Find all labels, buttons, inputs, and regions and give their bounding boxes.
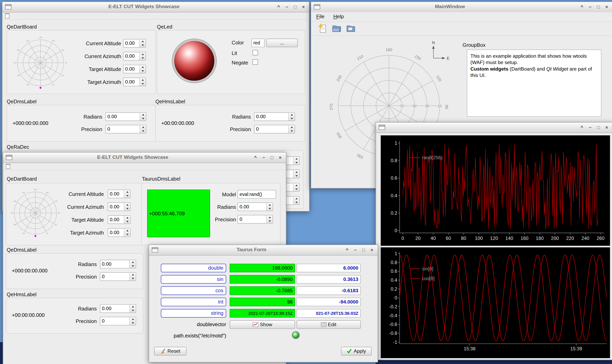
value-cell-edit[interactable]: -94.0000 — [297, 298, 361, 306]
spin-down-icon[interactable] — [290, 130, 293, 132]
shade-button[interactable]: ^ — [251, 155, 260, 160]
target-azimuth-spinbox[interactable]: 0.00 — [123, 78, 146, 86]
maximize-button[interactable]: □ — [291, 4, 299, 10]
lit-checkbox[interactable] — [253, 50, 258, 55]
spin-down-icon[interactable] — [268, 208, 271, 209]
spin-down-icon[interactable] — [141, 83, 144, 85]
value-cell-edit[interactable]: 0.3613 — [297, 275, 361, 284]
spin-arrows[interactable] — [288, 113, 295, 120]
spin-down-icon[interactable] — [142, 130, 144, 132]
spin-up-icon[interactable] — [295, 171, 298, 173]
spin-down-icon[interactable] — [132, 278, 134, 279]
spin-up-icon[interactable] — [295, 158, 298, 160]
spin-up-icon[interactable] — [268, 204, 271, 206]
titlebar[interactable]: E-ELT CUT Widgets Showcase ^ − □ × — [3, 153, 286, 163]
titlebar[interactable]: E-ELT CUT Widgets Showcase ^ − □ × — [2, 2, 309, 13]
new-document-button[interactable] — [317, 23, 328, 34]
titlebar[interactable]: ^ − □ × — [376, 123, 612, 133]
row-label-button-string[interactable]: string — [161, 309, 226, 317]
spin-down-icon[interactable] — [141, 44, 144, 46]
spin-arrows[interactable] — [124, 216, 130, 223]
maximize-button[interactable]: □ — [268, 155, 276, 160]
folder-button[interactable] — [346, 23, 356, 34]
shade-button[interactable]: ^ — [578, 4, 586, 10]
spin-up-icon[interactable] — [132, 318, 134, 320]
minimize-button[interactable]: − — [586, 125, 594, 130]
row-label-button-cos[interactable]: cos — [161, 286, 226, 295]
spin-up-icon[interactable] — [141, 66, 144, 68]
spin-arrows[interactable] — [139, 52, 145, 60]
value-cell-edit[interactable]: -0.6183 — [297, 286, 361, 295]
spin-up-icon[interactable] — [126, 204, 129, 206]
titlebar[interactable]: MainWindow ^ − □ × — [311, 2, 612, 13]
spin-down-icon[interactable] — [126, 208, 129, 209]
spin-arrows[interactable] — [140, 113, 146, 120]
spin-down-icon[interactable] — [295, 202, 298, 203]
current-azimuth-spinbox[interactable]: 0.00 — [123, 52, 146, 61]
spin-arrows[interactable] — [130, 273, 136, 280]
apply-button[interactable]: Apply — [341, 347, 372, 355]
target-altitude-spinbox[interactable]: 0.00 — [108, 215, 131, 224]
color-field[interactable]: red — [251, 39, 265, 47]
close-button[interactable]: × — [602, 4, 611, 10]
close-button[interactable]: × — [602, 125, 611, 130]
spin-arrows[interactable] — [293, 157, 299, 165]
spin-down-icon[interactable] — [295, 188, 298, 190]
spin-up-icon[interactable] — [141, 79, 144, 81]
spin-arrows[interactable] — [288, 125, 295, 133]
current-altitude-spinbox[interactable]: 0.00 — [108, 190, 131, 198]
spin-down-icon[interactable] — [126, 234, 129, 235]
menu-file[interactable]: File — [313, 12, 328, 21]
spin-up-icon[interactable] — [295, 185, 298, 186]
precision-spinbox[interactable]: 0 — [254, 125, 295, 133]
spin-down-icon[interactable] — [132, 322, 134, 324]
spin-arrows[interactable] — [293, 183, 299, 191]
spin-up-icon[interactable] — [126, 191, 129, 193]
model-field[interactable]: eval:rand() — [237, 190, 276, 198]
precision-spinbox[interactable]: 0 — [237, 215, 273, 223]
spin-up-icon[interactable] — [290, 114, 293, 116]
spin-down-icon[interactable] — [142, 118, 144, 119]
spin-down-icon[interactable] — [132, 265, 134, 267]
spin-arrows[interactable] — [266, 203, 273, 210]
value-cell-edit[interactable]: 6.0000 — [297, 264, 361, 272]
spin-arrows[interactable] — [293, 197, 299, 204]
negate-checkbox[interactable] — [253, 59, 258, 65]
spin-arrows[interactable] — [140, 125, 146, 133]
spin-arrows[interactable] — [139, 65, 145, 73]
spin-up-icon[interactable] — [268, 217, 271, 218]
spin-up-icon[interactable] — [295, 198, 298, 199]
spin-up-icon[interactable] — [126, 217, 129, 219]
precision-spinbox[interactable]: 0 — [100, 317, 136, 325]
reset-button[interactable]: Reset — [154, 347, 187, 355]
show-button[interactable]: Show — [230, 320, 295, 329]
row-label-button-int[interactable]: int — [161, 298, 226, 306]
color-browse-button[interactable]: ... — [266, 39, 298, 47]
spin-down-icon[interactable] — [126, 221, 129, 222]
radians-spinbox[interactable]: 0.00 — [237, 202, 273, 211]
radians-spinbox[interactable]: 0.00 — [105, 112, 146, 121]
spin-arrows[interactable] — [124, 229, 130, 236]
toolbar-mini-icon[interactable] — [6, 164, 10, 169]
value-cell-edit[interactable]: 021-07-28T15:36:03Z — [297, 309, 361, 317]
current-altitude-spinbox[interactable]: 0.00 — [123, 39, 146, 48]
spin-up-icon[interactable] — [142, 114, 144, 116]
shade-button[interactable]: ^ — [578, 125, 586, 130]
maximize-button[interactable]: □ — [594, 4, 603, 10]
spin-down-icon[interactable] — [141, 70, 144, 72]
spin-up-icon[interactable] — [132, 306, 134, 308]
spin-arrows[interactable] — [266, 215, 273, 223]
spin-arrows[interactable] — [124, 203, 130, 210]
shade-button[interactable]: ^ — [274, 4, 283, 10]
minimize-button[interactable]: − — [260, 155, 268, 160]
row-label-button-double[interactable]: double — [161, 264, 226, 272]
maximize-button[interactable]: □ — [594, 125, 603, 130]
spin-arrows[interactable] — [293, 170, 299, 178]
minimize-button[interactable]: − — [586, 4, 594, 10]
spin-up-icon[interactable] — [141, 53, 144, 55]
spin-down-icon[interactable] — [295, 162, 298, 164]
edit-button[interactable]: Edit — [297, 320, 361, 329]
target-altitude-spinbox[interactable]: 0.00 — [123, 65, 146, 73]
menu-help[interactable]: Help — [330, 12, 347, 21]
spin-down-icon[interactable] — [132, 310, 134, 311]
